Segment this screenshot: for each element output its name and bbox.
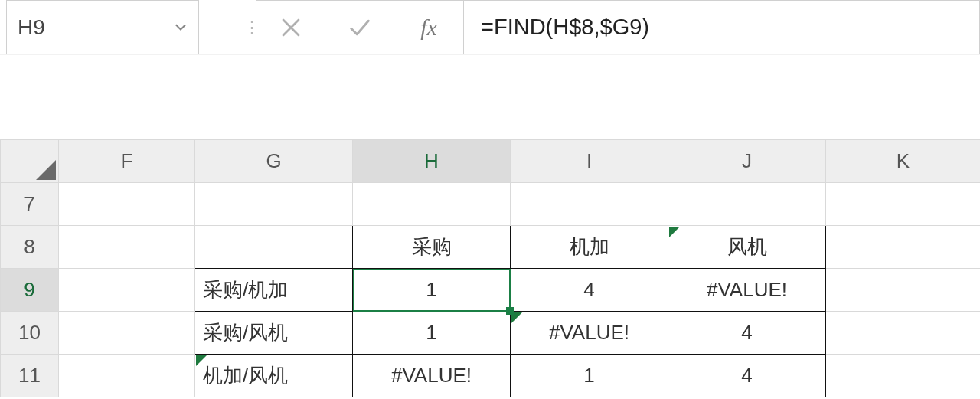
cell-F7[interactable]: [59, 183, 195, 226]
cancel-icon[interactable]: [256, 1, 325, 54]
cell-J8[interactable]: 风机: [668, 226, 826, 269]
row-11: 11 机加/风机 #VALUE! 1 4: [1, 355, 981, 397]
col-header-K[interactable]: K: [826, 140, 981, 183]
column-header-row: F G H I J K: [1, 140, 981, 183]
row-10: 10 采购/风机 1 #VALUE! 4: [1, 312, 981, 355]
fill-handle[interactable]: [506, 307, 514, 315]
cell-F8[interactable]: [59, 226, 195, 269]
cell-G7[interactable]: [195, 183, 353, 226]
col-header-G[interactable]: G: [195, 140, 353, 183]
cell-J9[interactable]: #VALUE!: [668, 269, 826, 312]
row-9: 9 采购/机加 1 4 #VALUE!: [1, 269, 981, 312]
fx-label: fx: [420, 15, 437, 41]
error-marker-icon: [669, 227, 680, 237]
cell-J11[interactable]: 4: [668, 355, 826, 397]
divider-icon: [250, 0, 256, 54]
fx-icon[interactable]: fx: [394, 1, 463, 54]
cell-J7[interactable]: [668, 183, 826, 226]
name-box[interactable]: H9: [6, 0, 199, 54]
enter-icon[interactable]: [325, 1, 394, 54]
row-header-8[interactable]: 8: [1, 226, 59, 269]
cell-H7[interactable]: [353, 183, 511, 226]
cell-K8[interactable]: [826, 226, 981, 269]
formula-bar: H9 fx =FIND(H$8,$G9): [0, 0, 980, 55]
col-header-F[interactable]: F: [59, 140, 195, 183]
row-8: 8 采购 机加 风机: [1, 226, 981, 269]
row-header-9[interactable]: 9: [1, 269, 59, 312]
cell-K9[interactable]: [826, 269, 981, 312]
cell-H8[interactable]: 采购: [353, 226, 511, 269]
formula-buttons: fx: [256, 0, 464, 54]
formula-input[interactable]: =FIND(H$8,$G9): [464, 0, 980, 54]
cell-I10[interactable]: #VALUE!: [511, 312, 668, 355]
cell-H11[interactable]: #VALUE!: [353, 355, 511, 397]
error-marker-icon: [196, 355, 207, 366]
spreadsheet-grid[interactable]: F G H I J K 7 8 采购 机加 风机 9 采购/机加 1 4 #VA…: [0, 139, 980, 397]
name-box-value: H9: [18, 15, 171, 40]
row-header-10[interactable]: 10: [1, 312, 59, 355]
cell-I7[interactable]: [511, 183, 668, 226]
select-all-corner[interactable]: [1, 140, 59, 183]
chevron-down-icon[interactable]: [171, 24, 191, 31]
col-header-J[interactable]: J: [668, 140, 826, 183]
cell-I8[interactable]: 机加: [511, 226, 668, 269]
cell-F10[interactable]: [59, 312, 195, 355]
cell-F9[interactable]: [59, 269, 195, 312]
cell-G11[interactable]: 机加/风机: [195, 355, 353, 397]
cell-H9[interactable]: 1: [353, 269, 511, 312]
cell-K10[interactable]: [826, 312, 981, 355]
formula-text: =FIND(H$8,$G9): [481, 15, 649, 40]
cell-K11[interactable]: [826, 355, 981, 397]
cell-H10[interactable]: 1: [353, 312, 511, 355]
cell-F11[interactable]: [59, 355, 195, 397]
cell-I9[interactable]: 4: [511, 269, 668, 312]
row-header-7[interactable]: 7: [1, 183, 59, 226]
cell-K7[interactable]: [826, 183, 981, 226]
cell-G8[interactable]: [195, 226, 353, 269]
row-7: 7: [1, 183, 981, 226]
col-header-H[interactable]: H: [353, 140, 511, 183]
cell-G9[interactable]: 采购/机加: [195, 269, 353, 312]
cell-J10[interactable]: 4: [668, 312, 826, 355]
col-header-I[interactable]: I: [511, 140, 668, 183]
cell-I11[interactable]: 1: [511, 355, 668, 397]
row-header-11[interactable]: 11: [1, 355, 59, 397]
cell-G10[interactable]: 采购/风机: [195, 312, 353, 355]
